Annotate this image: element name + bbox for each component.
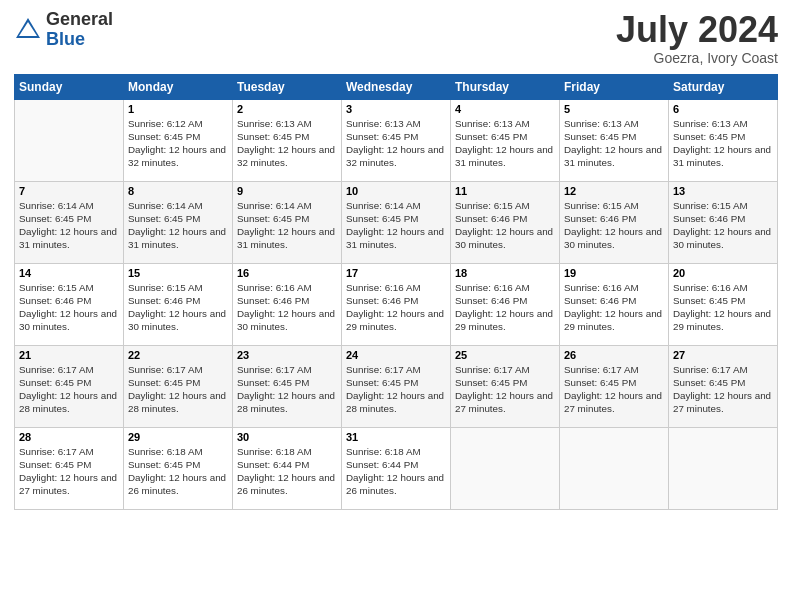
table-row: 24Sunrise: 6:17 AM Sunset: 6:45 PM Dayli… xyxy=(342,345,451,427)
calendar-table: Sunday Monday Tuesday Wednesday Thursday… xyxy=(14,74,778,510)
table-row: 2Sunrise: 6:13 AM Sunset: 6:45 PM Daylig… xyxy=(233,99,342,181)
day-info: Sunrise: 6:17 AM Sunset: 6:45 PM Dayligh… xyxy=(346,363,446,416)
calendar-week-row: 28Sunrise: 6:17 AM Sunset: 6:45 PM Dayli… xyxy=(15,427,778,509)
day-number: 24 xyxy=(346,349,446,361)
day-info: Sunrise: 6:17 AM Sunset: 6:45 PM Dayligh… xyxy=(128,363,228,416)
table-row: 23Sunrise: 6:17 AM Sunset: 6:45 PM Dayli… xyxy=(233,345,342,427)
day-number: 14 xyxy=(19,267,119,279)
logo-blue: Blue xyxy=(46,30,113,50)
day-number: 22 xyxy=(128,349,228,361)
table-row: 5Sunrise: 6:13 AM Sunset: 6:45 PM Daylig… xyxy=(560,99,669,181)
day-number: 2 xyxy=(237,103,337,115)
calendar-week-row: 1Sunrise: 6:12 AM Sunset: 6:45 PM Daylig… xyxy=(15,99,778,181)
day-info: Sunrise: 6:15 AM Sunset: 6:46 PM Dayligh… xyxy=(455,199,555,252)
table-row: 25Sunrise: 6:17 AM Sunset: 6:45 PM Dayli… xyxy=(451,345,560,427)
day-info: Sunrise: 6:13 AM Sunset: 6:45 PM Dayligh… xyxy=(673,117,773,170)
header: General Blue July 2024 Goezra, Ivory Coa… xyxy=(14,10,778,66)
table-row xyxy=(669,427,778,509)
day-info: Sunrise: 6:13 AM Sunset: 6:45 PM Dayligh… xyxy=(455,117,555,170)
table-row: 27Sunrise: 6:17 AM Sunset: 6:45 PM Dayli… xyxy=(669,345,778,427)
day-info: Sunrise: 6:15 AM Sunset: 6:46 PM Dayligh… xyxy=(564,199,664,252)
table-row: 31Sunrise: 6:18 AM Sunset: 6:44 PM Dayli… xyxy=(342,427,451,509)
day-info: Sunrise: 6:14 AM Sunset: 6:45 PM Dayligh… xyxy=(346,199,446,252)
calendar-week-row: 14Sunrise: 6:15 AM Sunset: 6:46 PM Dayli… xyxy=(15,263,778,345)
day-number: 29 xyxy=(128,431,228,443)
table-row: 19Sunrise: 6:16 AM Sunset: 6:46 PM Dayli… xyxy=(560,263,669,345)
day-info: Sunrise: 6:15 AM Sunset: 6:46 PM Dayligh… xyxy=(673,199,773,252)
table-row: 13Sunrise: 6:15 AM Sunset: 6:46 PM Dayli… xyxy=(669,181,778,263)
table-row: 17Sunrise: 6:16 AM Sunset: 6:46 PM Dayli… xyxy=(342,263,451,345)
day-number: 7 xyxy=(19,185,119,197)
col-friday: Friday xyxy=(560,74,669,99)
table-row: 16Sunrise: 6:16 AM Sunset: 6:46 PM Dayli… xyxy=(233,263,342,345)
day-info: Sunrise: 6:13 AM Sunset: 6:45 PM Dayligh… xyxy=(346,117,446,170)
day-info: Sunrise: 6:13 AM Sunset: 6:45 PM Dayligh… xyxy=(564,117,664,170)
day-number: 3 xyxy=(346,103,446,115)
day-info: Sunrise: 6:18 AM Sunset: 6:45 PM Dayligh… xyxy=(128,445,228,498)
col-monday: Monday xyxy=(124,74,233,99)
location: Goezra, Ivory Coast xyxy=(616,50,778,66)
table-row: 21Sunrise: 6:17 AM Sunset: 6:45 PM Dayli… xyxy=(15,345,124,427)
day-number: 5 xyxy=(564,103,664,115)
day-number: 8 xyxy=(128,185,228,197)
day-number: 17 xyxy=(346,267,446,279)
day-info: Sunrise: 6:13 AM Sunset: 6:45 PM Dayligh… xyxy=(237,117,337,170)
day-number: 15 xyxy=(128,267,228,279)
day-number: 31 xyxy=(346,431,446,443)
table-row: 8Sunrise: 6:14 AM Sunset: 6:45 PM Daylig… xyxy=(124,181,233,263)
day-number: 9 xyxy=(237,185,337,197)
day-info: Sunrise: 6:15 AM Sunset: 6:46 PM Dayligh… xyxy=(128,281,228,334)
day-info: Sunrise: 6:18 AM Sunset: 6:44 PM Dayligh… xyxy=(237,445,337,498)
title-block: July 2024 Goezra, Ivory Coast xyxy=(616,10,778,66)
day-info: Sunrise: 6:12 AM Sunset: 6:45 PM Dayligh… xyxy=(128,117,228,170)
day-number: 23 xyxy=(237,349,337,361)
day-info: Sunrise: 6:14 AM Sunset: 6:45 PM Dayligh… xyxy=(128,199,228,252)
logo-general: General xyxy=(46,10,113,30)
table-row xyxy=(15,99,124,181)
logo-text: General Blue xyxy=(46,10,113,50)
table-row: 18Sunrise: 6:16 AM Sunset: 6:46 PM Dayli… xyxy=(451,263,560,345)
day-number: 30 xyxy=(237,431,337,443)
table-row: 20Sunrise: 6:16 AM Sunset: 6:45 PM Dayli… xyxy=(669,263,778,345)
day-info: Sunrise: 6:15 AM Sunset: 6:46 PM Dayligh… xyxy=(19,281,119,334)
day-info: Sunrise: 6:16 AM Sunset: 6:46 PM Dayligh… xyxy=(237,281,337,334)
day-info: Sunrise: 6:17 AM Sunset: 6:45 PM Dayligh… xyxy=(455,363,555,416)
day-number: 11 xyxy=(455,185,555,197)
table-row: 10Sunrise: 6:14 AM Sunset: 6:45 PM Dayli… xyxy=(342,181,451,263)
table-row: 26Sunrise: 6:17 AM Sunset: 6:45 PM Dayli… xyxy=(560,345,669,427)
day-number: 19 xyxy=(564,267,664,279)
table-row: 9Sunrise: 6:14 AM Sunset: 6:45 PM Daylig… xyxy=(233,181,342,263)
logo-icon xyxy=(14,16,42,44)
table-row: 22Sunrise: 6:17 AM Sunset: 6:45 PM Dayli… xyxy=(124,345,233,427)
day-info: Sunrise: 6:16 AM Sunset: 6:46 PM Dayligh… xyxy=(455,281,555,334)
table-row: 29Sunrise: 6:18 AM Sunset: 6:45 PM Dayli… xyxy=(124,427,233,509)
table-row: 1Sunrise: 6:12 AM Sunset: 6:45 PM Daylig… xyxy=(124,99,233,181)
day-info: Sunrise: 6:16 AM Sunset: 6:45 PM Dayligh… xyxy=(673,281,773,334)
day-number: 16 xyxy=(237,267,337,279)
col-tuesday: Tuesday xyxy=(233,74,342,99)
col-sunday: Sunday xyxy=(15,74,124,99)
day-number: 26 xyxy=(564,349,664,361)
day-info: Sunrise: 6:17 AM Sunset: 6:45 PM Dayligh… xyxy=(19,445,119,498)
table-row: 3Sunrise: 6:13 AM Sunset: 6:45 PM Daylig… xyxy=(342,99,451,181)
day-number: 27 xyxy=(673,349,773,361)
day-number: 21 xyxy=(19,349,119,361)
day-info: Sunrise: 6:16 AM Sunset: 6:46 PM Dayligh… xyxy=(564,281,664,334)
day-number: 28 xyxy=(19,431,119,443)
month-title: July 2024 xyxy=(616,10,778,50)
day-info: Sunrise: 6:18 AM Sunset: 6:44 PM Dayligh… xyxy=(346,445,446,498)
logo: General Blue xyxy=(14,10,113,50)
table-row: 15Sunrise: 6:15 AM Sunset: 6:46 PM Dayli… xyxy=(124,263,233,345)
calendar-week-row: 21Sunrise: 6:17 AM Sunset: 6:45 PM Dayli… xyxy=(15,345,778,427)
day-number: 4 xyxy=(455,103,555,115)
table-row xyxy=(560,427,669,509)
day-number: 6 xyxy=(673,103,773,115)
table-row: 14Sunrise: 6:15 AM Sunset: 6:46 PM Dayli… xyxy=(15,263,124,345)
page: General Blue July 2024 Goezra, Ivory Coa… xyxy=(0,0,792,612)
day-number: 12 xyxy=(564,185,664,197)
day-info: Sunrise: 6:17 AM Sunset: 6:45 PM Dayligh… xyxy=(673,363,773,416)
table-row: 4Sunrise: 6:13 AM Sunset: 6:45 PM Daylig… xyxy=(451,99,560,181)
col-thursday: Thursday xyxy=(451,74,560,99)
day-number: 1 xyxy=(128,103,228,115)
calendar-header-row: Sunday Monday Tuesday Wednesday Thursday… xyxy=(15,74,778,99)
